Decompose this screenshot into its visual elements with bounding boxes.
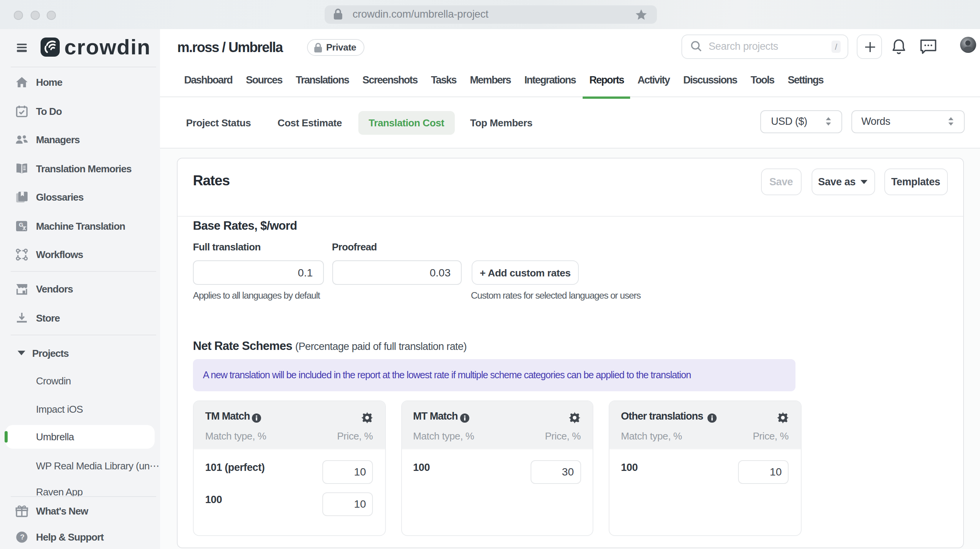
svg-text:?: ? [20, 533, 24, 541]
